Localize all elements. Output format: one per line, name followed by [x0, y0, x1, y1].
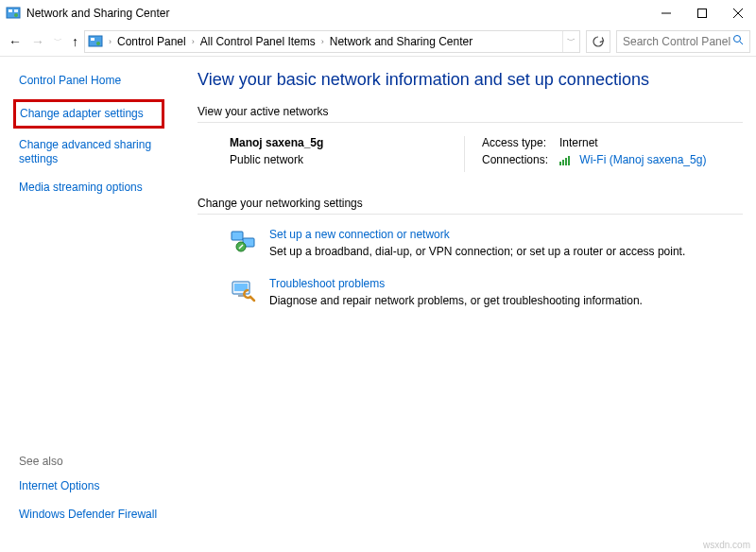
sidebar: Control Panel Home Change adapter settin… [0, 57, 184, 539]
svg-line-12 [740, 42, 743, 44]
breadcrumb-item[interactable]: All Control Panel Items [197, 35, 319, 48]
networking-settings-heading: Change your networking settings [198, 197, 743, 210]
main-content: View your basic network information and … [184, 57, 756, 539]
page-heading: View your basic network information and … [198, 70, 743, 90]
svg-point-10 [96, 42, 100, 45]
access-type-label: Access type: [482, 136, 559, 149]
maximize-button[interactable] [684, 0, 720, 26]
window-title: Network and Sharing Center [26, 7, 169, 20]
connections-label: Connections: [482, 153, 559, 168]
search-placeholder: Search Control Panel [623, 35, 732, 48]
sidebar-advanced-link[interactable]: Change advanced sharing settings [19, 138, 184, 166]
watermark: wsxdn.com [703, 540, 750, 550]
svg-rect-8 [89, 36, 102, 46]
back-button[interactable]: ← [9, 35, 22, 48]
troubleshoot-desc: Diagnose and repair network problems, or… [269, 294, 643, 307]
svg-point-3 [14, 13, 18, 17]
refresh-button[interactable] [586, 30, 610, 53]
chevron-right-icon[interactable]: › [107, 37, 113, 46]
setting-setup-connection: Set up a new connection or network Set u… [230, 228, 743, 258]
search-input[interactable]: Search Control Panel [616, 30, 750, 53]
address-dropdown[interactable]: ﹀ [562, 31, 579, 52]
control-panel-icon [6, 6, 21, 21]
svg-rect-9 [91, 38, 94, 41]
svg-rect-17 [232, 232, 243, 240]
svg-rect-2 [14, 9, 18, 12]
up-button[interactable]: ↑ [72, 35, 78, 48]
address-bar-row: ← → ﹀ ↑ › Control Panel › All Control Pa… [0, 26, 756, 57]
troubleshoot-icon [230, 277, 256, 303]
svg-rect-14 [562, 160, 564, 165]
sidebar-adapter-link[interactable]: Change adapter settings [20, 107, 156, 121]
search-icon [732, 34, 744, 48]
network-name: Manoj saxena_5g [230, 136, 464, 149]
minimize-button[interactable] [648, 0, 684, 26]
network-type: Public network [230, 153, 464, 166]
sidebar-firewall-link[interactable]: Windows Defender Firewall [19, 508, 184, 522]
svg-rect-5 [698, 9, 707, 18]
chevron-right-icon[interactable]: › [319, 37, 326, 46]
sidebar-media-link[interactable]: Media streaming options [19, 181, 184, 195]
svg-rect-13 [559, 162, 561, 165]
troubleshoot-link[interactable]: Troubleshoot problems [269, 277, 643, 290]
access-type-value: Internet [559, 136, 598, 149]
title-bar: Network and Sharing Center [0, 0, 756, 26]
control-panel-icon [88, 34, 103, 49]
svg-rect-16 [568, 156, 570, 165]
setup-connection-icon [230, 228, 256, 254]
svg-point-11 [734, 36, 741, 43]
breadcrumb-item[interactable]: Control Panel [113, 35, 190, 48]
highlight-box: Change adapter settings [13, 99, 164, 129]
sidebar-internet-options-link[interactable]: Internet Options [19, 479, 184, 493]
svg-rect-1 [9, 9, 12, 12]
see-also-heading: See also [19, 455, 184, 468]
breadcrumb-item[interactable]: Network and Sharing Center [326, 35, 476, 48]
setup-connection-desc: Set up a broadband, dial-up, or VPN conn… [269, 245, 685, 258]
svg-rect-0 [7, 8, 20, 18]
forward-button[interactable]: → [31, 35, 44, 48]
svg-rect-15 [565, 158, 567, 165]
setup-connection-link[interactable]: Set up a new connection or network [269, 228, 685, 241]
svg-rect-23 [238, 295, 244, 297]
chevron-right-icon[interactable]: › [190, 37, 197, 46]
recent-dropdown[interactable]: ﹀ [54, 37, 62, 45]
active-networks-heading: View your active networks [198, 105, 743, 118]
breadcrumb[interactable]: › Control Panel › All Control Panel Item… [84, 30, 580, 53]
active-network-row: Manoj saxena_5g Public network Access ty… [198, 136, 743, 172]
close-button[interactable] [720, 0, 756, 26]
sidebar-home-link[interactable]: Control Panel Home [19, 74, 184, 88]
see-also-section: See also Internet Options Windows Defend… [19, 455, 184, 539]
wifi-signal-icon [559, 155, 573, 168]
setting-troubleshoot: Troubleshoot problems Diagnose and repai… [230, 277, 743, 307]
connection-link[interactable]: Wi-Fi (Manoj saxena_5g) [579, 153, 706, 166]
